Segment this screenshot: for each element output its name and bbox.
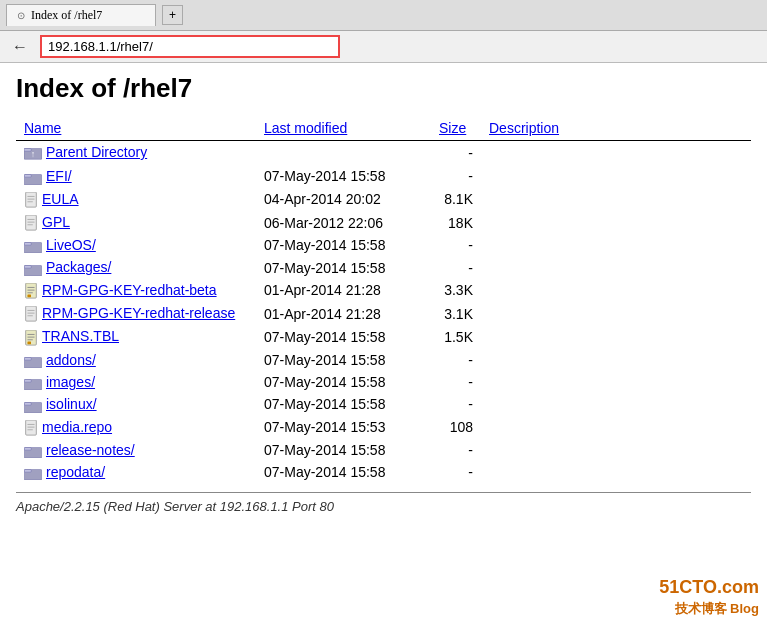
file-link[interactable]: LiveOS/ [46,237,96,253]
file-link[interactable]: Packages/ [46,259,111,275]
svg-text:↑: ↑ [31,150,36,160]
file-link[interactable]: addons/ [46,352,96,368]
table-row: EFI/07-May-2014 15:58- [16,165,751,187]
cell-description [481,439,751,461]
file-link[interactable]: Parent Directory [46,144,147,160]
folder-icon [24,444,42,458]
col-header-name: Name [16,116,256,141]
file-link[interactable]: TRANS.TBL [42,328,119,344]
directory-table: Name Last modified Size Description ↑ Pa… [16,116,751,484]
cell-name: EFI/ [16,165,256,187]
table-header-row: Name Last modified Size Description [16,116,751,141]
cell-description [481,371,751,393]
cell-modified: 07-May-2014 15:58 [256,371,431,393]
file-link[interactable]: repodata/ [46,464,105,480]
svg-rect-34 [24,380,31,383]
table-row: LiveOS/07-May-2014 15:58- [16,234,751,256]
cell-description [481,416,751,439]
browser-tab-bar: ⊙ Index of /rhel7 + [0,0,767,31]
svg-rect-9 [26,215,37,230]
cell-description [481,302,751,325]
svg-rect-30 [27,341,31,344]
file-icon [24,420,38,436]
file-link[interactable]: GPL [42,214,70,230]
size-sort-link[interactable]: Size [439,120,466,136]
cell-size: - [431,349,481,371]
folder-icon [24,376,42,390]
table-row: TRANS.TBL07-May-2014 15:581.5K [16,325,751,348]
cell-modified: 06-Mar-2012 22:06 [256,211,431,234]
cell-size: 18K [431,211,481,234]
table-row: addons/07-May-2014 15:58- [16,349,751,371]
file-link[interactable]: EULA [42,191,79,207]
desc-sort-link[interactable]: Description [489,120,559,136]
svg-rect-21 [27,295,31,298]
page-title: Index of /rhel7 [16,73,751,104]
server-footer: Apache/2.2.15 (Red Hat) Server at 192.16… [16,492,751,514]
svg-rect-36 [24,402,31,405]
svg-rect-42 [24,448,31,451]
svg-rect-16 [24,265,31,268]
cell-description [481,211,751,234]
browser-tab[interactable]: ⊙ Index of /rhel7 [6,4,156,26]
file-link[interactable]: RPM-GPG-KEY-redhat-beta [42,282,217,298]
folder-icon [24,466,42,480]
file-icon [24,192,38,208]
file-icon [24,215,38,231]
col-header-size: Size [431,116,481,141]
binary-icon [24,330,38,346]
cell-name: TRANS.TBL [16,325,256,348]
cell-name: media.repo [16,416,256,439]
file-link[interactable]: release-notes/ [46,442,135,458]
cell-modified: 07-May-2014 15:58 [256,256,431,278]
svg-rect-4 [24,174,31,177]
cell-modified: 07-May-2014 15:58 [256,165,431,187]
cell-modified: 01-Apr-2014 21:28 [256,302,431,325]
file-link[interactable]: isolinux/ [46,396,97,412]
cell-modified: 07-May-2014 15:58 [256,234,431,256]
file-link[interactable]: media.repo [42,419,112,435]
cell-name: Packages/ [16,256,256,278]
file-link[interactable]: images/ [46,374,95,390]
modified-sort-link[interactable]: Last modified [264,120,347,136]
table-row: media.repo07-May-2014 15:53108 [16,416,751,439]
cell-description [481,349,751,371]
name-sort-link[interactable]: Name [24,120,61,136]
cell-size: - [431,234,481,256]
address-bar[interactable] [40,35,340,58]
table-row: release-notes/07-May-2014 15:58- [16,439,751,461]
cell-name: addons/ [16,349,256,371]
folder-icon [24,239,42,253]
cell-modified: 07-May-2014 15:53 [256,416,431,439]
svg-rect-5 [26,192,37,207]
cell-name: repodata/ [16,461,256,484]
cell-name: GPL [16,211,256,234]
col-header-modified: Last modified [256,116,431,141]
parent-dir-icon: ↑ [24,144,42,162]
cell-modified [256,141,431,166]
cell-name: EULA [16,188,256,211]
tab-icon: ⊙ [17,10,25,21]
cell-size: - [431,256,481,278]
back-button[interactable]: ← [6,36,34,58]
cell-name: isolinux/ [16,393,256,415]
cell-description [481,141,751,166]
page-content: Index of /rhel7 Name Last modified Size … [0,63,767,534]
table-row: RPM-GPG-KEY-redhat-release01-Apr-2014 21… [16,302,751,325]
nav-bar: ← [0,31,767,63]
file-link[interactable]: RPM-GPG-KEY-redhat-release [42,305,235,321]
table-row: GPL06-Mar-2012 22:0618K [16,211,751,234]
cell-size: - [431,165,481,187]
file-link[interactable]: EFI/ [46,168,72,184]
cell-size: - [431,393,481,415]
cell-modified: 07-May-2014 15:58 [256,393,431,415]
file-icon [24,306,38,322]
svg-rect-32 [24,357,31,360]
folder-icon [24,262,42,276]
table-row: ↑ Parent Directory- [16,141,751,166]
new-tab-button[interactable]: + [162,5,183,25]
folder-icon [24,399,42,413]
cell-name: ↑ Parent Directory [16,141,256,166]
cell-name: LiveOS/ [16,234,256,256]
cell-size: - [431,141,481,166]
